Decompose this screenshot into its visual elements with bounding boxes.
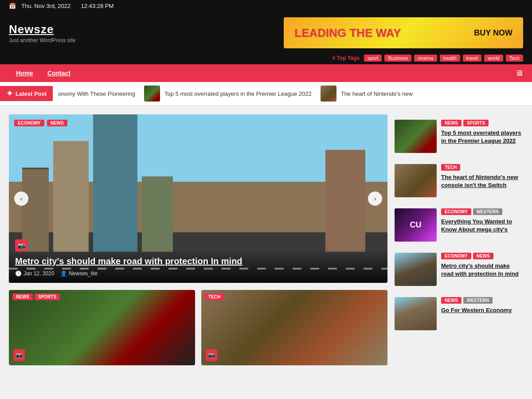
sidebar-card-4: ECONOMY NEWS Metro city's should make ro… bbox=[395, 247, 523, 292]
sidebar-card-meta-5: NEWS WESTERN Go For Western Economy bbox=[441, 297, 523, 330]
article-camera-icon-2: 📷 bbox=[206, 349, 217, 361]
featured-body: Metro city's should make road with prote… bbox=[9, 249, 387, 283]
sidebar-card-meta-4: ECONOMY NEWS Metro city's should make ro… bbox=[441, 253, 523, 286]
banner-ad[interactable]: LEADING THE WAY BUY NOW bbox=[284, 17, 523, 48]
date-display: Thu. Nov 3rd, 2022 bbox=[21, 3, 70, 9]
sidebar-card-3: CU ECONOMY WESTERN Everything You Wanted… bbox=[395, 203, 523, 247]
sidebar-card-5: NEWS WESTERN Go For Western Economy bbox=[395, 292, 523, 336]
sidebar-badge-economy-4: ECONOMY bbox=[441, 253, 471, 259]
featured-article: ECONOMY NEWS ‹ › 📷 Metro city's should m… bbox=[9, 114, 387, 283]
ticker-items: onomy With These Pioneering Top 5 most o… bbox=[58, 86, 532, 102]
prev-button[interactable]: ‹ bbox=[14, 192, 28, 206]
article-badges-2: TECH bbox=[205, 293, 224, 300]
sidebar-badge-tech-2: TECH bbox=[441, 164, 460, 171]
badge-economy: ECONOMY bbox=[14, 120, 44, 126]
tag-tech[interactable]: Tech bbox=[506, 55, 523, 62]
tag-cinema[interactable]: cinema bbox=[414, 55, 437, 62]
monitor-icon[interactable]: 🖥 bbox=[515, 69, 523, 78]
tag-health[interactable]: health bbox=[440, 55, 460, 62]
right-column: NEWS SPORTS Top 5 most overrated players… bbox=[395, 114, 523, 365]
article-badge-sports: SPORTS bbox=[35, 293, 60, 300]
sidebar-thumb-city2-img bbox=[395, 297, 437, 330]
article-badge-tech: TECH bbox=[205, 293, 224, 300]
featured-image: ECONOMY NEWS ‹ › 📷 Metro city's should m… bbox=[9, 114, 387, 283]
sidebar-badge-economy-3: ECONOMY bbox=[441, 208, 471, 215]
ticker-label: ✦ Latest Post bbox=[0, 86, 53, 101]
sidebar-card-meta-1: NEWS SPORTS Top 5 most overrated players… bbox=[441, 120, 523, 153]
nav-contact[interactable]: Contact bbox=[40, 64, 78, 82]
featured-author: 👤Newses_lite bbox=[60, 270, 98, 277]
sidebar-thumb-3: CU bbox=[395, 208, 437, 242]
sidebar-badge-western-5: WESTERN bbox=[463, 297, 493, 304]
article-camera-icon-1: 📷 bbox=[13, 349, 25, 361]
sidebar-badge-news-5: NEWS bbox=[441, 297, 462, 304]
site-header: Newsze Just another WordPress site LEADI… bbox=[0, 12, 532, 52]
sidebar-badges-5: NEWS WESTERN bbox=[441, 297, 523, 304]
sidebar-thumb-2 bbox=[395, 164, 437, 197]
tags-label: # Top Tags bbox=[332, 55, 360, 61]
sidebar-card-1: NEWS SPORTS Top 5 most overrated players… bbox=[395, 114, 523, 159]
soldier-bg bbox=[201, 290, 387, 365]
sidebar-badges-3: ECONOMY WESTERN bbox=[441, 208, 523, 215]
ticker-bar: ✦ Latest Post onomy With These Pioneerin… bbox=[0, 82, 532, 106]
tag-business[interactable]: Business bbox=[384, 55, 411, 62]
main-content: ECONOMY NEWS ‹ › 📷 Metro city's should m… bbox=[0, 106, 532, 374]
calendar-icon: 📅 bbox=[9, 3, 16, 9]
sidebar-card-2: TECH The heart of Nintendo's new console… bbox=[395, 159, 523, 203]
ticker-item-1: onomy With These Pioneering bbox=[58, 90, 135, 97]
site-title[interactable]: Newsze bbox=[9, 23, 76, 36]
tag-sport[interactable]: sport bbox=[364, 55, 382, 62]
articles-grid: NEWS SPORTS 📷 TECH 📷 bbox=[9, 290, 387, 365]
sidebar-title-3[interactable]: Everything You Wanted to Know About mega… bbox=[441, 218, 523, 233]
ticker-text-1: onomy With These Pioneering bbox=[58, 90, 135, 97]
banner-text: LEADING THE WAY bbox=[294, 26, 401, 40]
featured-date: 🕐Jan 12, 2020 bbox=[15, 270, 54, 277]
top-bar: 📅 Thu. Nov 3rd, 2022 12:43:28 PM bbox=[0, 0, 532, 12]
sidebar-thumb-5 bbox=[395, 297, 437, 330]
building-5 bbox=[325, 150, 365, 256]
sidebar-badges-1: NEWS SPORTS bbox=[441, 120, 523, 126]
site-tagline: Just another WordPress site bbox=[9, 37, 76, 43]
ticker-dot-icon: ✦ bbox=[6, 89, 13, 98]
sidebar-thumb-soldier-img bbox=[395, 164, 437, 197]
article-img-2: TECH 📷 bbox=[201, 290, 387, 365]
article-card-1: NEWS SPORTS 📷 bbox=[9, 290, 195, 365]
sidebar-badges-2: TECH bbox=[441, 164, 523, 171]
ticker-item-2: Top 5 most overrated players in the Prem… bbox=[144, 86, 312, 102]
sidebar-card-meta-2: TECH The heart of Nintendo's new console… bbox=[441, 164, 523, 197]
sidebar-thumb-vr-img: CU bbox=[395, 208, 437, 242]
ticker-thumb-2 bbox=[144, 86, 160, 102]
sidebar-title-1[interactable]: Top 5 most overrated players in the Prem… bbox=[441, 129, 523, 145]
featured-title[interactable]: Metro city's should make road with prote… bbox=[15, 255, 381, 267]
tag-travel[interactable]: travel bbox=[463, 55, 482, 62]
next-button[interactable]: › bbox=[368, 192, 382, 206]
sidebar-thumb-city-img bbox=[395, 253, 437, 286]
ticker-label-text: Latest Post bbox=[16, 90, 47, 97]
banner-cta[interactable]: BUY NOW bbox=[474, 28, 512, 38]
nav-bar: Home Contact 🖥 bbox=[0, 64, 532, 82]
time-display: 12:43:28 PM bbox=[81, 3, 114, 9]
football-bg bbox=[9, 290, 195, 365]
article-img-1: NEWS SPORTS 📷 bbox=[9, 290, 195, 365]
article-badge-news: NEWS bbox=[12, 293, 33, 300]
building-2 bbox=[53, 141, 89, 256]
site-branding: Newsze Just another WordPress site bbox=[9, 23, 76, 43]
sidebar-title-2[interactable]: The heart of Nintendo's new console isn'… bbox=[441, 173, 523, 189]
cu-label: CU bbox=[410, 220, 422, 230]
ticker-text-2: Top 5 most overrated players in the Prem… bbox=[164, 90, 312, 97]
sidebar-badge-news-1: NEWS bbox=[441, 120, 462, 126]
sidebar-card-meta-3: ECONOMY WESTERN Everything You Wanted to… bbox=[441, 208, 523, 242]
nav-home[interactable]: Home bbox=[9, 64, 40, 82]
sidebar-badges-4: ECONOMY NEWS bbox=[441, 253, 523, 259]
sidebar-badge-western-3: WESTERN bbox=[473, 208, 502, 215]
ticker-text-3: The heart of Nintendo's new bbox=[341, 90, 413, 97]
sidebar-title-4[interactable]: Metro city's should make road with prote… bbox=[441, 262, 523, 278]
tag-world[interactable]: world bbox=[484, 55, 503, 62]
left-column: ECONOMY NEWS ‹ › 📷 Metro city's should m… bbox=[9, 114, 387, 365]
sidebar-thumb-4 bbox=[395, 253, 437, 286]
article-badges-1: NEWS SPORTS bbox=[12, 293, 60, 300]
sidebar-badge-sports-1: SPORTS bbox=[463, 120, 489, 126]
ticker-thumb-3 bbox=[321, 86, 336, 102]
sidebar-thumb-football-img bbox=[395, 120, 437, 153]
sidebar-title-5[interactable]: Go For Western Economy bbox=[441, 306, 523, 314]
